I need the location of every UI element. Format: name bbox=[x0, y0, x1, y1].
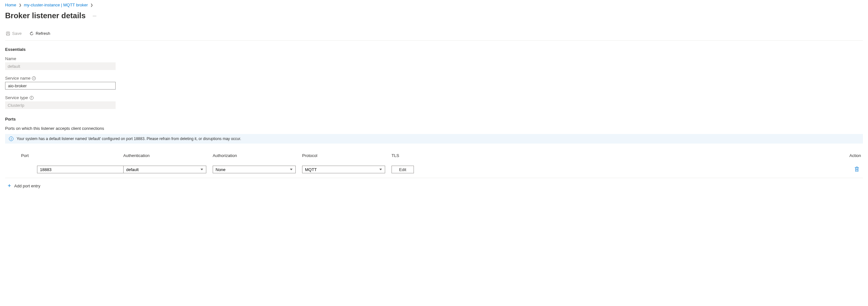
add-port-label: Add port entry bbox=[14, 184, 40, 188]
svg-rect-2 bbox=[7, 34, 9, 35]
breadcrumb: Home ❯ my-cluster-instance | MQTT broker… bbox=[5, 3, 863, 7]
trash-icon bbox=[855, 167, 859, 172]
tls-edit-button[interactable]: Edit bbox=[392, 166, 414, 173]
service-name-label: Service name bbox=[5, 76, 30, 81]
save-button[interactable]: Save bbox=[5, 30, 22, 37]
info-banner: i Your system has a default listener nam… bbox=[5, 134, 863, 144]
refresh-icon bbox=[29, 31, 34, 36]
col-action: Action bbox=[468, 153, 863, 158]
ports-table: Port Authentication Authorization Protoc… bbox=[5, 153, 863, 194]
delete-row-button[interactable] bbox=[854, 166, 860, 173]
col-protocol: Protocol bbox=[302, 153, 392, 158]
save-label: Save bbox=[12, 31, 22, 36]
page-title-row: Broker listener details ··· bbox=[5, 11, 863, 20]
service-type-label: Service type bbox=[5, 95, 28, 100]
info-icon[interactable]: i bbox=[30, 96, 34, 100]
field-name: Name bbox=[5, 56, 863, 70]
chevron-right-icon: ❯ bbox=[19, 3, 21, 7]
service-type-input bbox=[5, 101, 116, 109]
toolbar: Save Refresh bbox=[5, 30, 863, 40]
add-port-entry-button[interactable]: + Add port entry bbox=[5, 178, 863, 194]
field-service-type: Service type i bbox=[5, 95, 863, 109]
col-authorization: Authorization bbox=[213, 153, 302, 158]
chevron-right-icon: ❯ bbox=[90, 3, 93, 7]
refresh-button[interactable]: Refresh bbox=[29, 30, 51, 37]
field-service-name: Service name i bbox=[5, 76, 863, 89]
ports-section: Ports Ports on which this listener accep… bbox=[5, 117, 863, 194]
authorization-select[interactable]: None bbox=[213, 166, 296, 173]
info-banner-text: Your system has a default listener named… bbox=[17, 137, 241, 141]
protocol-select[interactable]: MQTT bbox=[302, 166, 385, 173]
page-title: Broker listener details bbox=[5, 11, 86, 20]
ports-description: Ports on which this listener accepts cli… bbox=[5, 126, 863, 131]
service-name-input[interactable] bbox=[5, 82, 116, 89]
authentication-select[interactable]: default bbox=[123, 166, 206, 173]
breadcrumb-instance[interactable]: my-cluster-instance | MQTT broker bbox=[24, 3, 88, 7]
table-header-row: Port Authentication Authorization Protoc… bbox=[5, 153, 863, 164]
table-row: default None MQTT Edit bbox=[5, 164, 863, 178]
ports-header: Ports bbox=[5, 117, 863, 121]
col-authentication: Authentication bbox=[123, 153, 213, 158]
breadcrumb-home[interactable]: Home bbox=[5, 3, 16, 7]
more-actions-button[interactable]: ··· bbox=[91, 12, 98, 19]
col-tls: TLS bbox=[392, 153, 468, 158]
name-input bbox=[5, 62, 116, 70]
essentials-section: Essentials Name Service name i Service t… bbox=[5, 47, 863, 109]
save-icon bbox=[6, 31, 10, 36]
svg-rect-1 bbox=[7, 32, 9, 33]
name-label: Name bbox=[5, 56, 863, 61]
info-icon: i bbox=[9, 137, 13, 141]
info-icon[interactable]: i bbox=[32, 77, 36, 80]
col-port: Port bbox=[5, 153, 123, 158]
plus-icon: + bbox=[8, 183, 11, 189]
refresh-label: Refresh bbox=[36, 31, 51, 36]
essentials-header: Essentials bbox=[5, 47, 863, 52]
